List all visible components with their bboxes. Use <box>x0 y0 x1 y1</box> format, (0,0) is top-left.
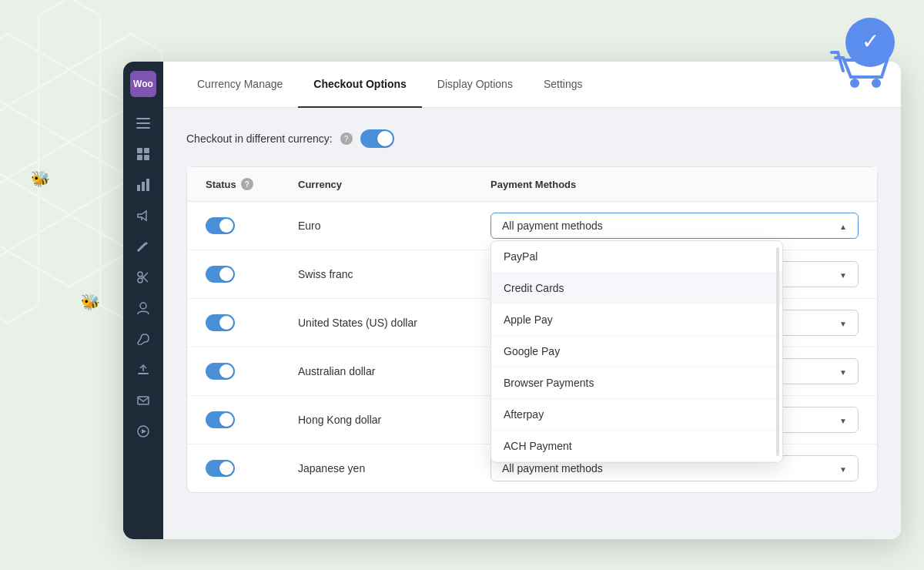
dropdown-item-paypal[interactable]: PayPal <box>491 241 782 273</box>
dropdown-euro: All payment methods PayPal Credit Cards … <box>490 213 859 239</box>
dropdown-trigger-euro[interactable]: All payment methods <box>490 213 859 239</box>
dropdown-item-browser-payments[interactable]: Browser Payments <box>491 367 782 399</box>
svg-marker-3 <box>38 70 100 142</box>
checkout-toggle-switch[interactable] <box>360 129 394 148</box>
header-payment-label: Payment Methods <box>490 179 576 190</box>
svg-rect-17 <box>136 122 150 124</box>
currency-usd: United States (US) dollar <box>298 317 490 329</box>
table-row-euro: Euro All payment methods PayPal Credit C… <box>187 202 877 250</box>
checkout-toggle-label: Checkout in different currency: <box>186 132 333 145</box>
header-currency-label: Currency <box>298 179 342 190</box>
header-status-label: Status <box>206 179 236 190</box>
currency-swiss-franc: Swiss franc <box>298 268 490 280</box>
dropdown-item-apple-pay[interactable]: Apple Pay <box>491 304 782 336</box>
dropdown-item-afterpay[interactable]: Afterpay <box>491 399 782 431</box>
sidebar-item-mail[interactable] <box>129 387 157 414</box>
svg-rect-25 <box>146 179 149 191</box>
svg-marker-5 <box>0 106 38 178</box>
dropdown-value-euro: All payment methods <box>502 220 603 232</box>
svg-marker-0 <box>38 0 100 69</box>
dropdown-value-jpy: All payment methods <box>502 462 603 474</box>
dropdown-scrollbar <box>776 247 779 456</box>
svg-point-15 <box>872 79 881 88</box>
toggle-swiss-franc[interactable] <box>206 266 298 283</box>
chevron-down-icon-jpy <box>839 462 847 474</box>
currency-table: Status ? Currency Payment Methods Euro <box>186 166 878 493</box>
checkout-toggle-help-icon[interactable]: ? <box>340 132 353 145</box>
chevron-down-icon-usd <box>839 317 847 329</box>
svg-marker-2 <box>0 34 38 106</box>
dropdown-item-ach-payment[interactable]: ACH Payment <box>491 431 782 462</box>
toggle-aud[interactable] <box>206 363 298 380</box>
sidebar-item-scissors[interactable] <box>129 263 157 291</box>
checkout-toggle-row: Checkout in different currency: ? <box>186 129 878 148</box>
content-area: Checkout in different currency: ? Status… <box>163 108 901 539</box>
sidebar-logo: Woo <box>130 71 156 97</box>
currency-jpy: Japanese yen <box>298 462 490 474</box>
dropdown-menu-euro: PayPal Credit Cards Apple Pay Google Pay… <box>490 240 783 463</box>
toggle-usd[interactable] <box>206 314 298 331</box>
chevron-down-icon-hkd <box>839 414 847 426</box>
svg-rect-23 <box>137 185 140 191</box>
svg-rect-16 <box>136 118 150 119</box>
sidebar-item-play[interactable] <box>129 417 157 445</box>
header-payment-methods: Payment Methods <box>490 178 859 190</box>
app-container: Woo <box>123 62 901 539</box>
currency-euro: Euro <box>298 220 490 232</box>
sidebar-item-grid[interactable] <box>129 140 157 168</box>
bee-decoration-1: 🐝 <box>31 169 50 188</box>
tab-checkout-options[interactable]: Checkout Options <box>298 62 422 108</box>
main-content: Currency Manage Checkout Options Display… <box>163 62 901 539</box>
svg-marker-8 <box>0 179 38 250</box>
chevron-down-icon-swiss <box>839 268 847 280</box>
svg-marker-36 <box>142 429 146 434</box>
dropdown-item-credit-cards[interactable]: Credit Cards <box>491 273 782 304</box>
sidebar-item-wrench[interactable] <box>129 325 157 353</box>
sidebar: Woo <box>123 62 163 539</box>
sidebar-item-pen[interactable] <box>129 233 157 260</box>
tab-settings[interactable]: Settings <box>528 62 598 108</box>
dropdown-item-google-pay[interactable]: Google Pay <box>491 336 782 367</box>
cart-decoration: ✓ <box>824 15 901 96</box>
svg-rect-34 <box>138 397 149 404</box>
toggle-hkd[interactable] <box>206 411 298 428</box>
header-status: Status ? <box>206 178 298 190</box>
header-status-help-icon[interactable]: ? <box>241 178 253 190</box>
chevron-down-icon-aud <box>839 365 847 377</box>
svg-rect-22 <box>144 155 149 160</box>
svg-marker-9 <box>38 215 100 287</box>
svg-rect-20 <box>144 148 149 153</box>
svg-point-31 <box>140 303 146 309</box>
toggle-jpy[interactable] <box>206 460 298 477</box>
header-currency: Currency <box>298 178 490 190</box>
tabs-bar: Currency Manage Checkout Options Display… <box>163 62 901 108</box>
sidebar-item-menu[interactable] <box>129 109 157 137</box>
currency-hkd: Hong Kong dollar <box>298 414 490 426</box>
tab-currency-manage[interactable]: Currency Manage <box>182 62 298 108</box>
sidebar-item-chart[interactable] <box>129 171 157 199</box>
sidebar-item-upload[interactable] <box>129 356 157 384</box>
sidebar-item-megaphone[interactable] <box>129 202 157 230</box>
svg-text:✓: ✓ <box>862 29 879 53</box>
sidebar-item-user[interactable] <box>129 294 157 322</box>
svg-rect-32 <box>138 373 149 374</box>
toggle-euro[interactable] <box>206 217 298 234</box>
svg-rect-21 <box>137 155 142 160</box>
svg-point-14 <box>850 79 859 88</box>
table-header: Status ? Currency Payment Methods <box>187 167 877 202</box>
svg-rect-24 <box>142 182 145 191</box>
svg-rect-18 <box>136 127 150 129</box>
svg-rect-19 <box>137 148 142 153</box>
tab-display-options[interactable]: Display Options <box>422 62 528 108</box>
bee-decoration-2: 🐝 <box>81 293 100 311</box>
currency-aud: Australian dollar <box>298 365 490 377</box>
chevron-up-icon <box>839 220 847 232</box>
svg-marker-11 <box>0 251 38 323</box>
